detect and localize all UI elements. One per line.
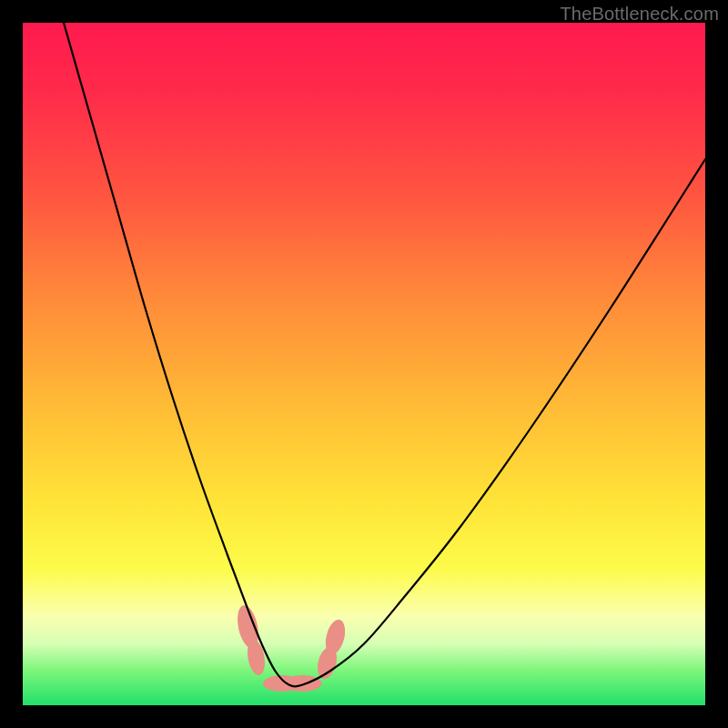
bottleneck-curve <box>23 23 705 705</box>
watermark-text: TheBottleneck.com <box>560 4 719 25</box>
